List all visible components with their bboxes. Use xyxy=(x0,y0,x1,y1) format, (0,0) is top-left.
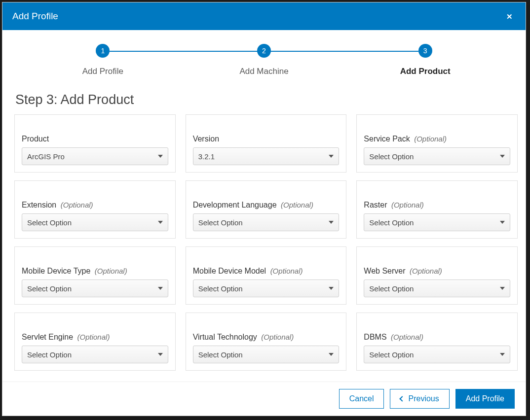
stepper: 1 Add Profile 2 Add Machine 3 Add Produc… xyxy=(2,30,526,81)
previous-button[interactable]: Previous xyxy=(390,389,449,409)
step-label-1: Add Profile xyxy=(82,67,123,76)
field-label-text: Servlet Engine xyxy=(22,333,73,341)
field-card: Web Server (Optional)Select Option xyxy=(356,246,518,305)
select-version[interactable]: 3.2.1 xyxy=(193,147,340,165)
form-scroll-area[interactable]: ProductArcGIS ProVersion3.2.1Service Pac… xyxy=(2,114,526,382)
optional-tag: (Optional) xyxy=(281,201,313,209)
field-label-text: Web Server xyxy=(364,267,405,275)
optional-tag: (Optional) xyxy=(414,135,447,143)
field-card: Virtual Technology (Optional)Select Opti… xyxy=(186,313,347,371)
add-profile-button[interactable]: Add Profile xyxy=(455,389,515,409)
select-value: Select Option xyxy=(198,218,243,227)
step-circle-2: 2 xyxy=(257,44,271,58)
field-label: Development Language (Optional) xyxy=(193,201,340,210)
select-value: Select Option xyxy=(198,284,243,293)
field-label: Servlet Engine (Optional) xyxy=(22,333,168,342)
select-raster[interactable]: Select Option xyxy=(364,213,510,231)
previous-label: Previous xyxy=(408,394,439,403)
select-extension[interactable]: Select Option xyxy=(22,213,168,231)
step-add-profile[interactable]: 1 Add Profile xyxy=(22,44,184,76)
chevron-down-icon xyxy=(329,287,334,290)
select-web-server[interactable]: Select Option xyxy=(364,280,510,297)
select-servlet-engine[interactable]: Select Option xyxy=(22,346,168,363)
field-label: Service Pack (Optional) xyxy=(364,135,510,143)
field-label-text: DBMS xyxy=(364,333,386,341)
select-value: Select Option xyxy=(369,350,414,359)
field-label-text: Development Language xyxy=(193,201,277,209)
field-card: Mobile Device Type (Optional)Select Opti… xyxy=(14,246,176,305)
select-mobile-device-type[interactable]: Select Option xyxy=(22,280,168,297)
step-circle-1: 1 xyxy=(96,44,110,58)
cancel-label: Cancel xyxy=(349,394,374,403)
select-dbms[interactable]: Select Option xyxy=(364,346,510,363)
close-icon[interactable]: ✕ xyxy=(503,10,516,23)
field-card: Mobile Device Model (Optional)Select Opt… xyxy=(186,246,347,305)
field-card: Extension (Optional)Select Option xyxy=(14,180,176,239)
select-development-language[interactable]: Select Option xyxy=(193,213,340,231)
field-label: Extension (Optional) xyxy=(22,201,168,210)
select-value: Select Option xyxy=(27,284,72,293)
select-value: Select Option xyxy=(27,350,72,359)
select-virtual-technology[interactable]: Select Option xyxy=(193,346,340,363)
select-value: Select Option xyxy=(369,218,414,227)
step-label-3: Add Product xyxy=(400,67,451,76)
optional-tag: (Optional) xyxy=(95,267,127,275)
field-card: Development Language (Optional)Select Op… xyxy=(186,180,347,239)
optional-tag: (Optional) xyxy=(270,267,303,275)
field-card: Raster (Optional)Select Option xyxy=(356,180,518,239)
chevron-down-icon xyxy=(158,353,163,356)
chevron-down-icon xyxy=(158,155,163,158)
optional-tag: (Optional) xyxy=(261,333,294,341)
field-label: Web Server (Optional) xyxy=(364,267,510,276)
optional-tag: (Optional) xyxy=(77,333,110,341)
select-mobile-device-model[interactable]: Select Option xyxy=(193,280,340,297)
chevron-down-icon xyxy=(500,155,505,158)
step-add-machine[interactable]: 2 Add Machine xyxy=(184,44,345,76)
field-label-text: Version xyxy=(193,135,219,143)
field-label: Product xyxy=(22,135,168,143)
field-label: Version xyxy=(193,135,340,143)
select-value: ArcGIS Pro xyxy=(27,152,65,161)
chevron-down-icon xyxy=(500,287,505,290)
select-value: Select Option xyxy=(198,350,243,359)
field-label-text: Extension xyxy=(22,201,56,209)
select-value: Select Option xyxy=(27,218,72,227)
field-label: Virtual Technology (Optional) xyxy=(193,333,340,342)
select-value: Select Option xyxy=(369,284,414,293)
field-card: DBMS (Optional)Select Option xyxy=(356,313,518,371)
field-card: ProductArcGIS Pro xyxy=(14,114,176,173)
chevron-down-icon xyxy=(500,221,505,224)
field-label-text: Virtual Technology xyxy=(193,333,257,341)
chevron-down-icon xyxy=(329,353,334,356)
chevron-down-icon xyxy=(158,221,163,224)
select-value: Select Option xyxy=(369,152,414,161)
field-card: Version3.2.1 xyxy=(186,114,347,173)
step-circle-3: 3 xyxy=(418,44,432,58)
modal-footer: Cancel Previous Add Profile xyxy=(2,382,526,416)
chevron-down-icon xyxy=(329,155,334,158)
chevron-down-icon xyxy=(500,353,505,356)
field-label-text: Product xyxy=(22,135,49,143)
submit-label: Add Profile xyxy=(466,394,504,403)
optional-tag: (Optional) xyxy=(391,201,424,209)
cancel-button[interactable]: Cancel xyxy=(339,389,384,409)
step-label-2: Add Machine xyxy=(239,67,288,76)
field-label: Mobile Device Model (Optional) xyxy=(193,267,340,276)
field-label-text: Mobile Device Type xyxy=(22,267,90,275)
field-label-text: Raster xyxy=(364,201,387,209)
field-card: Service Pack (Optional)Select Option xyxy=(356,114,518,173)
chevron-down-icon xyxy=(329,221,334,224)
field-card: Servlet Engine (Optional)Select Option xyxy=(14,313,176,371)
field-label: Raster (Optional) xyxy=(364,201,510,210)
modal-header: Add Profile ✕ xyxy=(2,2,526,30)
step-add-product[interactable]: 3 Add Product xyxy=(344,44,506,76)
optional-tag: (Optional) xyxy=(410,267,442,275)
select-service-pack[interactable]: Select Option xyxy=(364,147,510,165)
optional-tag: (Optional) xyxy=(391,333,423,341)
select-value: 3.2.1 xyxy=(198,152,215,161)
select-product[interactable]: ArcGIS Pro xyxy=(22,147,168,165)
modal-title: Add Profile xyxy=(12,11,58,22)
field-label-text: Mobile Device Model xyxy=(193,267,266,275)
chevron-left-icon xyxy=(400,396,405,401)
field-label: Mobile Device Type (Optional) xyxy=(22,267,168,276)
